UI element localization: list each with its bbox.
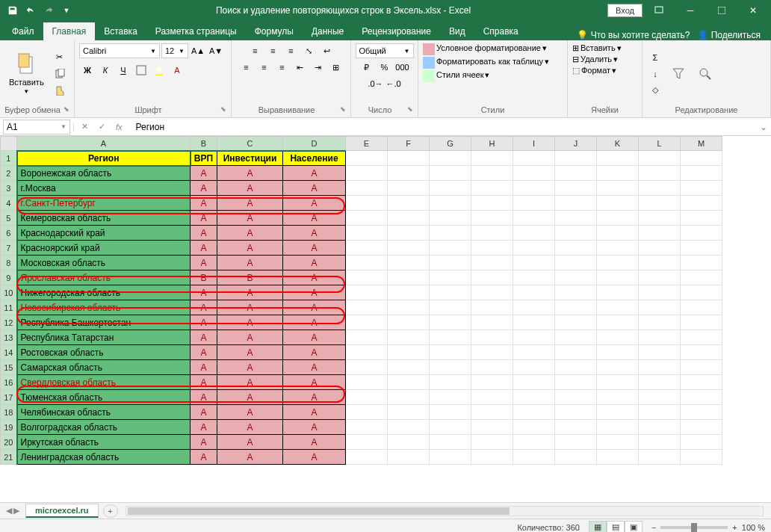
cancel-formula-icon[interactable]: ✕ (78, 122, 91, 132)
cell[interactable]: A (191, 330, 217, 345)
zoom-out-button[interactable]: − (651, 523, 656, 532)
login-button[interactable]: Вход (607, 4, 642, 17)
cell[interactable]: Ленинградская область (17, 450, 191, 465)
name-box[interactable]: A1▼ (3, 120, 70, 134)
row-header[interactable]: 4 (1, 196, 17, 211)
row-header[interactable]: 15 (1, 360, 17, 375)
cell[interactable]: A (217, 405, 283, 420)
fx-icon[interactable]: fx (113, 123, 126, 132)
qat-customize-icon[interactable]: ▼ (58, 2, 75, 19)
column-header[interactable]: I (513, 137, 555, 151)
wrap-text-icon[interactable]: ↩ (319, 43, 335, 58)
header-cell[interactable]: Инвестиции (217, 151, 283, 166)
cell[interactable]: A (283, 211, 346, 226)
insert-cells-button[interactable]: ⊞ Вставить ▾ (572, 43, 622, 53)
cell[interactable]: Ярославская область (17, 270, 191, 285)
decrease-indent-icon[interactable]: ⇤ (292, 60, 309, 75)
tab-справка[interactable]: Справка (474, 22, 527, 40)
cell[interactable]: Московская область (17, 256, 191, 270)
column-header[interactable]: B (191, 137, 217, 151)
increase-font-icon[interactable]: A▲ (190, 43, 206, 58)
cell[interactable]: Челябинская область (17, 405, 191, 420)
cell[interactable]: Иркутская область (17, 435, 191, 450)
cell[interactable]: Республика Татарстан (17, 330, 191, 345)
enter-formula-icon[interactable]: ✓ (96, 122, 108, 132)
normal-view-icon[interactable]: ▦ (589, 521, 607, 533)
cell[interactable]: г.Москва (17, 181, 191, 196)
cell[interactable]: A (217, 390, 283, 405)
cell[interactable]: A (191, 241, 217, 256)
font-size-combo[interactable]: 12▼ (161, 43, 188, 58)
decrease-font-icon[interactable]: A▼ (208, 43, 224, 58)
cell[interactable]: A (217, 166, 283, 181)
conditional-formatting-button[interactable]: Условное форматирование ▾ (423, 43, 547, 55)
cell[interactable]: Тюменская область (17, 390, 191, 405)
align-top-icon[interactable]: ≡ (247, 43, 264, 58)
number-format-combo[interactable]: Общий▼ (356, 43, 414, 58)
cell[interactable]: A (217, 285, 283, 300)
column-header[interactable]: C (217, 137, 283, 151)
cell[interactable]: A (217, 375, 283, 390)
row-header[interactable]: 20 (1, 435, 17, 450)
select-all-corner[interactable] (1, 137, 17, 151)
fill-icon[interactable]: ↓ (647, 66, 663, 81)
row-header[interactable]: 19 (1, 420, 17, 435)
redo-icon[interactable] (40, 2, 57, 19)
cell[interactable]: A (217, 181, 283, 196)
cell[interactable]: B (191, 270, 217, 285)
page-break-view-icon[interactable]: ▣ (625, 521, 642, 533)
cell[interactable]: A (283, 405, 346, 420)
cell[interactable]: A (191, 420, 217, 435)
horizontal-scrollbar[interactable] (126, 506, 764, 516)
cell[interactable]: A (283, 420, 346, 435)
font-launcher-icon[interactable]: ⬊ (220, 105, 226, 113)
bold-button[interactable]: Ж (79, 63, 96, 78)
cell[interactable]: Волгоградская область (17, 420, 191, 435)
header-cell[interactable]: ВРП (191, 151, 217, 166)
cell[interactable]: A (191, 256, 217, 270)
tab-разметка страницы[interactable]: Разметка страницы (146, 22, 246, 40)
number-launcher-icon[interactable]: ⬊ (407, 105, 413, 113)
zoom-slider[interactable] (660, 526, 728, 529)
cell[interactable]: A (283, 315, 346, 330)
cell[interactable]: A (191, 300, 217, 315)
column-header[interactable]: L (639, 137, 681, 151)
spreadsheet-grid[interactable]: ABCDEFGHIJKLM 1РегионВРПИнвестицииНаселе… (0, 136, 771, 502)
cell[interactable]: A (283, 226, 346, 241)
cell[interactable]: A (191, 450, 217, 465)
cell[interactable]: Самарская область (17, 360, 191, 375)
page-layout-view-icon[interactable]: ▤ (607, 521, 625, 533)
cell[interactable]: A (283, 435, 346, 450)
maximize-icon[interactable] (707, 0, 737, 21)
column-header[interactable]: E (346, 137, 388, 151)
align-middle-icon[interactable]: ≡ (265, 43, 282, 58)
cell[interactable]: A (283, 375, 346, 390)
increase-decimal-icon[interactable]: .0→ (368, 76, 384, 91)
sheet-nav-next-icon[interactable]: ▶ (13, 506, 19, 516)
sheet-nav-prev-icon[interactable]: ◀ (6, 506, 12, 516)
cell[interactable]: A (191, 360, 217, 375)
row-header[interactable]: 12 (1, 315, 17, 330)
minimize-icon[interactable]: ─ (675, 0, 705, 21)
cell[interactable]: Красноярский край (17, 241, 191, 256)
currency-icon[interactable]: ₽ (359, 60, 375, 75)
format-as-table-button[interactable]: Форматировать как таблицу ▾ (423, 57, 549, 69)
row-header[interactable]: 6 (1, 226, 17, 241)
cell[interactable]: A (191, 285, 217, 300)
row-header[interactable]: 10 (1, 285, 17, 300)
row-header[interactable]: 14 (1, 345, 17, 360)
orientation-icon[interactable]: ⤡ (301, 43, 318, 58)
align-center-icon[interactable]: ≡ (256, 60, 273, 75)
cell[interactable]: A (283, 285, 346, 300)
save-icon[interactable] (4, 2, 21, 19)
find-select-button[interactable] (693, 65, 717, 83)
cell[interactable]: A (217, 256, 283, 270)
clipboard-launcher-icon[interactable]: ⬊ (64, 105, 69, 113)
column-header[interactable]: F (388, 137, 430, 151)
tell-me-button[interactable]: 💡 Что вы хотите сделать? (577, 30, 690, 40)
cell[interactable]: A (217, 226, 283, 241)
sort-filter-button[interactable] (666, 65, 690, 83)
align-right-icon[interactable]: ≡ (274, 60, 291, 75)
cell[interactable]: A (217, 300, 283, 315)
cell[interactable]: A (217, 420, 283, 435)
